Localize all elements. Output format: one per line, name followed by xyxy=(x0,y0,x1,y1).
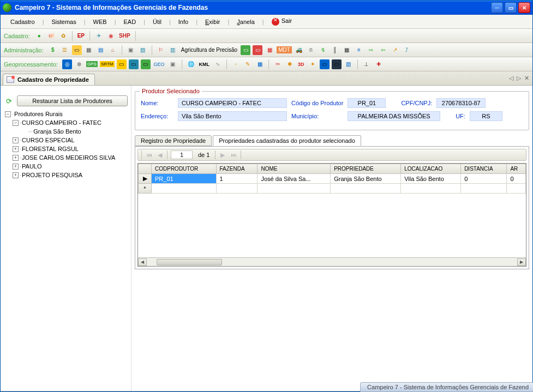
tab-next-icon[interactable]: ▷ xyxy=(517,75,521,82)
eye-icon[interactable]: ◉ xyxy=(106,31,116,41)
grain-icon[interactable]: ☰ xyxy=(60,45,70,55)
tab-prev-icon[interactable]: ◁ xyxy=(509,75,513,82)
col-nome[interactable]: NOME xyxy=(257,164,331,174)
grid-red-icon[interactable]: ▦ xyxy=(265,45,274,55)
chart-icon[interactable]: ▤ xyxy=(96,45,106,55)
scroll-thumb[interactable] xyxy=(157,259,222,266)
leaf-icon[interactable]: ✿ xyxy=(58,31,68,41)
tab-propriedades-cadastradas[interactable]: Propriedades cadastradas do produtor sel… xyxy=(213,135,361,146)
table-new-row[interactable]: * xyxy=(139,184,526,194)
col-propriedade[interactable]: PROPRIEDADE xyxy=(331,164,401,174)
export-icon[interactable]: ⇨ xyxy=(366,45,376,55)
document-tab[interactable]: Cadastro de Propriedade xyxy=(3,74,95,85)
cell-fazenda[interactable]: 1 xyxy=(216,174,257,184)
page-icon[interactable]: ▫ xyxy=(231,59,241,69)
col-localizacao[interactable]: LOCALIZACAO xyxy=(401,164,461,174)
maximize-button[interactable]: ▭ xyxy=(505,2,517,13)
geo-badge[interactable]: GEO xyxy=(153,61,166,68)
tree-toggle-icon[interactable]: − xyxy=(5,111,11,117)
table-row[interactable]: ▶ PR_01 1 José da Silva Sa... Granja São… xyxy=(139,174,526,184)
doc-yellow-icon[interactable]: ▭ xyxy=(72,45,82,55)
srtm-badge[interactable]: SRTM xyxy=(100,61,115,67)
lines-icon[interactable]: ║ xyxy=(330,45,340,55)
menu-util[interactable]: Útil xyxy=(147,17,167,26)
refresh-icon[interactable]: ⟳ xyxy=(4,96,14,106)
cut-icon[interactable]: ✂ xyxy=(273,59,283,69)
col-codprodutor[interactable]: CODPRODUTOR xyxy=(152,164,217,174)
sprayer-icon[interactable]: ⛭ xyxy=(306,45,316,55)
map-green-icon[interactable]: ▭ xyxy=(241,45,250,55)
dollar-icon[interactable]: $ xyxy=(48,45,58,55)
tree-node[interactable]: PROJETO PESQUISA xyxy=(22,171,82,179)
tree-root[interactable]: Produtores Rurais xyxy=(14,110,63,118)
wing-icon[interactable]: ✈ xyxy=(94,31,104,41)
picture-icon[interactable]: ▨ xyxy=(138,45,148,55)
tree-toggle-icon[interactable]: + xyxy=(13,137,19,143)
layers-icon[interactable]: ≡ xyxy=(354,45,364,55)
tree-node[interactable]: PAULO xyxy=(22,162,41,171)
ep-icon[interactable]: EP xyxy=(76,32,86,39)
tree-leaf[interactable]: Granja São Bento xyxy=(33,127,81,136)
page-input[interactable]: 1 xyxy=(171,150,193,159)
photo-icon[interactable]: ▣ xyxy=(126,45,136,55)
square-blue-icon[interactable]: ▭ xyxy=(320,59,330,69)
kml-badge[interactable]: KML xyxy=(198,61,211,68)
pencil-icon[interactable]: ✎ xyxy=(243,59,253,69)
vet-icon[interactable]: ✚ xyxy=(374,59,384,69)
cell-propriedade[interactable]: Granja São Bento xyxy=(331,174,401,184)
compass-icon[interactable]: ✦ xyxy=(308,59,318,69)
restore-producers-button[interactable]: Restaurar Lista de Produtores xyxy=(17,95,128,106)
rect-green-icon[interactable]: ▭ xyxy=(141,59,151,69)
properties-grid[interactable]: CODPRODUTOR FAZENDA NOME PROPRIEDADE LOC… xyxy=(137,163,526,267)
rect-blue-icon[interactable]: ▭ xyxy=(129,59,139,69)
signal-icon[interactable]: ↯ xyxy=(318,45,328,55)
cell-codprodutor[interactable]: PR_01 xyxy=(152,174,217,184)
col-distancia[interactable]: DISTANCIA xyxy=(461,164,507,174)
nav-prev-icon[interactable]: ◀ xyxy=(156,152,164,159)
menu-cadastro[interactable]: Cadastro xyxy=(5,17,40,26)
squares-icon[interactable]: ▦ xyxy=(342,45,352,55)
table-icon[interactable]: ▦ xyxy=(255,59,265,69)
check-icon[interactable]: ▧ xyxy=(344,59,354,69)
import-icon[interactable]: ⇦ xyxy=(378,45,388,55)
tree-node[interactable]: JOSE CARLOS MEDEIROS SILVA xyxy=(22,153,115,162)
stats-icon[interactable]: ↗ xyxy=(390,45,400,55)
col-ar[interactable]: AR xyxy=(507,164,526,174)
tab-registro[interactable]: Registro de Propriedade xyxy=(135,135,212,146)
tree-toggle-icon[interactable]: + xyxy=(13,164,19,170)
shp-icon[interactable]: SHP xyxy=(118,32,131,39)
tree-node[interactable]: CURSO ESPECIAL xyxy=(22,136,75,144)
tree-toggle-icon[interactable]: + xyxy=(13,155,19,161)
nav-first-icon[interactable]: ⏮ xyxy=(145,152,153,158)
nav-last-icon[interactable]: ⏭ xyxy=(230,152,237,158)
scroll-left-icon[interactable]: ◀ xyxy=(138,258,147,266)
col-fazenda[interactable]: FAZENDA xyxy=(216,164,257,174)
scroll-right-icon[interactable]: ▶ xyxy=(517,258,526,266)
3d-badge[interactable]: 3D xyxy=(297,61,306,68)
mdt-badge[interactable]: MDT xyxy=(277,46,292,53)
image-icon[interactable]: ▣ xyxy=(168,59,178,69)
producers-tree[interactable]: −·Produtores Rurais −·CURSO CAMPEIRO - F… xyxy=(4,110,128,179)
tractor-icon[interactable]: 🚜 xyxy=(294,45,304,55)
grid-icon[interactable]: ▦ xyxy=(84,45,94,55)
menu-info[interactable]: Info xyxy=(173,17,194,26)
curve-icon[interactable]: ∿ xyxy=(213,59,223,69)
cell-ar[interactable]: 0 xyxy=(507,174,526,184)
minimize-button[interactable]: ─ xyxy=(491,2,503,13)
satellite-icon[interactable]: ⊕ xyxy=(74,59,84,69)
menu-exibir[interactable]: Exibir xyxy=(200,17,226,26)
house-icon[interactable]: ⌂ xyxy=(108,45,118,55)
ruler-icon[interactable]: ⊥ xyxy=(362,59,372,69)
grid-h-scrollbar[interactable]: ◀ ▶ xyxy=(138,257,526,266)
menu-sair[interactable]: Sair xyxy=(266,16,298,26)
tree-node[interactable]: FLORESTAL RGSUL xyxy=(22,144,79,153)
square-dark-icon[interactable]: ▭ xyxy=(332,59,342,69)
target-icon[interactable]: ◎ xyxy=(62,59,72,69)
cell-localizacao[interactable]: Vila São Bento xyxy=(401,174,461,184)
tree-toggle-icon[interactable]: + xyxy=(13,146,19,152)
tree-toggle-icon[interactable]: − xyxy=(13,120,19,126)
star-icon[interactable]: ✱ xyxy=(285,59,295,69)
nav-next-icon[interactable]: ▶ xyxy=(219,152,226,159)
tree-node[interactable]: CURSO CAMPEIRO - FATEC xyxy=(22,118,101,127)
gps-badge[interactable]: GPS xyxy=(86,61,98,67)
